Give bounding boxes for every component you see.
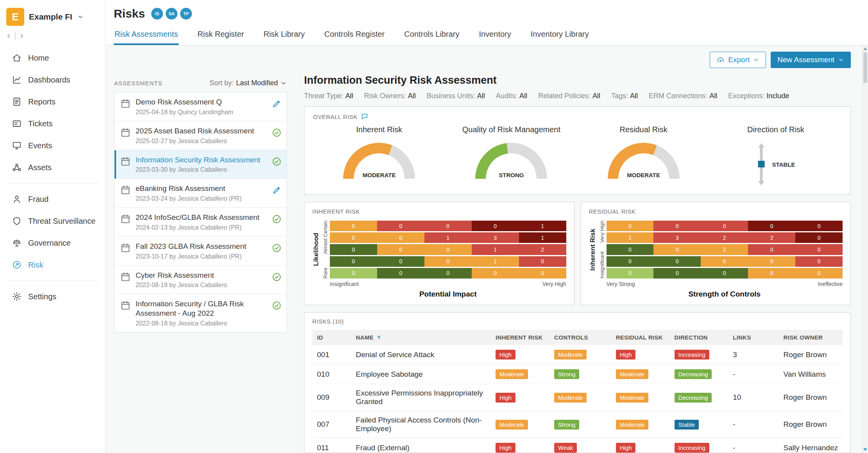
org-name: Example FI [29,12,72,22]
col-inherent-risk[interactable]: INHERENT RISK [491,330,549,345]
gauge-value: STRONG [475,172,547,178]
sidebar-item-settings[interactable]: Settings [0,286,105,307]
tab-inventory-library[interactable]: Inventory Library [530,26,590,45]
badge-decreasing: Decreasing [675,393,712,403]
risk-row[interactable]: 011Fraud (External)HighWeakHighIncreasin… [312,438,843,453]
heatmap-cell: 0 [607,244,654,255]
check-circle-icon [272,300,282,311]
sidebar-item-dashboards[interactable]: Dashboards [0,69,105,91]
assessment-item[interactable]: 2024 InfoSec/GLBA Risk Assessment2024-02… [115,208,286,237]
risk-controls: Moderate [549,384,611,411]
tab-risk-library[interactable]: Risk Library [263,26,306,45]
assessment-item[interactable]: Cyber Risk Assessment2022-08-18 by Jessi… [115,266,286,295]
sidebar-item-governance[interactable]: Governance [0,232,105,254]
risk-links: - [728,365,779,384]
sidebar-item-threat-surveillance[interactable]: Threat Surveillance [0,210,105,232]
risk-icon [12,260,22,270]
risk-row[interactable]: 001Denial of Service AttackHighModerateH… [312,345,843,365]
risk-row[interactable]: 007Failed Physical Access Controls (Non-… [312,411,843,438]
risk-inherent: High [491,345,549,365]
risk-row[interactable]: 009Excessive Permissions Inappropriately… [312,384,843,411]
history-divider: | [14,31,16,41]
scrollbar[interactable] [862,45,868,453]
org-switcher[interactable]: E Example FI [0,6,105,29]
assessment-item[interactable]: Information Security / GLBA Risk Assessm… [115,294,286,332]
heatmap-cell: 0 [701,221,748,231]
col-direction[interactable]: DIRECTION [670,330,728,345]
filter-business-units[interactable]: Business Units:All [427,92,485,100]
filter-audits[interactable]: Audits:All [496,92,527,100]
comment-icon[interactable] [361,113,369,120]
col-id[interactable]: ID [312,330,351,345]
heatmap-cell: 0 [748,244,795,255]
risk-name: Employee Sabotage [351,365,491,384]
assessment-subtitle: 2023-03-24 by Jessica Caballero (PR) [136,195,267,202]
tab-controls-library[interactable]: Controls Library [403,26,460,45]
assessment-item[interactable]: Demo Risk Assessment Q2025-04-18 by Quin… [115,92,286,121]
risk-row[interactable]: 010Employee SabotageModerateStrongModera… [312,365,843,384]
export-button[interactable]: Export [710,52,766,68]
history-forward-button[interactable]: › [20,31,23,40]
gauge-arc: MODERATE [608,143,680,179]
filter-erm-connections[interactable]: ERM Connections:All [649,92,717,100]
sidebar-divider [6,280,99,281]
filter-related-policies[interactable]: Related Policies:All [538,92,600,100]
scroll-down-arrow[interactable] [863,448,867,451]
tab-inventory[interactable]: Inventory [478,26,512,45]
col-links[interactable]: LINKS [728,330,779,345]
x-axis-title: Strength of Controls [607,290,843,298]
heatmap-cell: 0 [330,244,377,255]
cloud-export-icon [716,56,725,64]
filter-tags[interactable]: Tags:All [611,92,638,100]
scrollbar-thumb[interactable] [863,52,867,83]
history-back-button[interactable]: ‹ [7,31,10,40]
x-tick-right: Ineffective [818,281,843,287]
sort-by-control[interactable]: Sort by: Last Modified [209,79,287,87]
heatmap-cell: 3 [472,232,519,243]
assessment-title: Information Security Risk Assessment [304,74,851,86]
assessment-subtitle: 2023-03-30 by Jessica Caballero [136,166,267,173]
new-assessment-button[interactable]: New Assessment [771,52,851,68]
sidebar-item-fraud[interactable]: Fraud [0,188,105,210]
filter-risk-owners[interactable]: Risk Owners:All [364,92,416,100]
tab-risk-register[interactable]: Risk Register [197,26,245,45]
assessment-item[interactable]: eBanking Risk Assessment2023-03-24 by Je… [115,179,286,208]
sidebar-item-home[interactable]: Home [0,47,105,69]
page-title: Risks [114,7,145,20]
tab-controls-register[interactable]: Controls Register [324,26,386,45]
chevron-down-icon [280,80,287,86]
sidebar-item-events[interactable]: Events [0,135,105,156]
assessment-item[interactable]: 2025 Asset Based Risk Assessment2025-02-… [115,121,286,150]
assessment-icon [120,185,131,196]
heatmap-cell: 1 [472,256,519,267]
filter-exceptions[interactable]: Exceptions:Include [728,92,789,100]
heatmap-cell: 0 [795,221,843,231]
heatmap-row: 00012 [330,244,566,255]
assessment-item[interactable]: Fall 2023 GLBA Risk Assessment2023-10-17… [115,237,286,266]
y-tick-top: Very High [600,221,605,243]
risk-controls: Strong [549,365,611,384]
assessment-subtitle: 2025-04-18 by Quincy Landingham [136,109,267,116]
risk-id: 007 [312,411,351,438]
filter-threat-type[interactable]: Threat Type:All [304,92,353,100]
assessments-list: Demo Risk Assessment Q2025-04-18 by Quin… [114,92,287,333]
col-controls[interactable]: CONTROLS [549,330,611,345]
sidebar-item-reports[interactable]: Reports [0,91,105,113]
sort-ascending-icon [376,334,382,341]
col-residual-risk[interactable]: RESIDUAL RISK [611,330,670,345]
sidebar-item-tickets[interactable]: Tickets [0,113,105,135]
badge-increasing: Increasing [675,443,709,453]
heatmap-cell: 2 [748,232,795,243]
risk-inherent: Moderate [491,411,549,438]
tickets-icon [12,119,22,129]
tab-risk-assessments[interactable]: Risk Assessments [114,26,179,45]
sidebar: E Example FI ‹ | › HomeDashboardsReports… [0,0,106,453]
risk-residual: Moderate [611,384,670,411]
heatmap-cell: 3 [653,232,701,243]
assessment-item[interactable]: Information Security Risk Assessment2023… [115,150,286,179]
sidebar-item-assets[interactable]: Assets [0,156,105,178]
scroll-up-arrow[interactable] [863,47,867,50]
col-name[interactable]: NAME [351,330,491,345]
col-risk-owner[interactable]: RISK OWNER [779,330,843,345]
sidebar-item-risk[interactable]: Risk [0,254,105,276]
